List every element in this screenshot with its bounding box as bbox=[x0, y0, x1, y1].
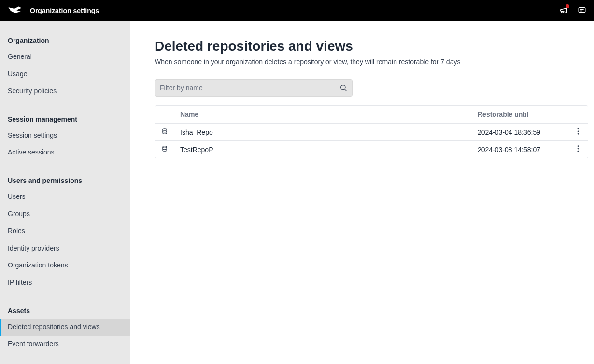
sidebar-item-session-settings[interactable]: Session settings bbox=[0, 127, 130, 144]
table-header-name: Name bbox=[174, 106, 472, 124]
sidebar-heading: Organization bbox=[0, 33, 130, 48]
topbar-right bbox=[559, 6, 586, 16]
svg-point-4 bbox=[578, 128, 579, 129]
table-header-restorable: Restorable until bbox=[472, 106, 568, 124]
svg-point-3 bbox=[163, 129, 167, 131]
sidebar-item-security-policies[interactable]: Security policies bbox=[0, 83, 130, 100]
repository-icon bbox=[161, 146, 168, 154]
page-header-title: Organization settings bbox=[30, 7, 99, 14]
row-type-icon-cell bbox=[155, 124, 174, 141]
search-icon bbox=[339, 84, 347, 92]
more-vertical-icon bbox=[577, 145, 579, 154]
svg-point-7 bbox=[163, 146, 167, 148]
row-actions-cell bbox=[568, 141, 588, 158]
logo[interactable] bbox=[8, 5, 22, 17]
filter-input[interactable] bbox=[160, 84, 339, 92]
svg-point-9 bbox=[578, 148, 579, 150]
sidebar-item-deleted-repositories-and-views[interactable]: Deleted repositories and views bbox=[0, 319, 130, 336]
sidebar-heading: Users and permissions bbox=[0, 173, 130, 188]
svg-point-6 bbox=[578, 133, 579, 135]
sidebar-heading: Session management bbox=[0, 112, 130, 127]
sidebar-item-general[interactable]: General bbox=[0, 48, 130, 66]
sidebar-section: Users and permissionsUsersGroupsRolesIde… bbox=[0, 173, 130, 292]
sidebar-item-ip-filters[interactable]: IP filters bbox=[0, 274, 130, 292]
topbar: Organization settings bbox=[0, 0, 594, 21]
topbar-left: Organization settings bbox=[8, 5, 99, 17]
deleted-items-table: Name Restorable until Isha_Repo2024-03-0… bbox=[155, 105, 588, 158]
sidebar-item-groups[interactable]: Groups bbox=[0, 206, 130, 223]
svg-point-10 bbox=[578, 151, 579, 152]
page-title: Deleted repositories and views bbox=[155, 39, 588, 54]
sidebar-section: OrganizationGeneralUsageSecurity policie… bbox=[0, 33, 130, 100]
svg-point-8 bbox=[578, 145, 579, 147]
messages-button[interactable] bbox=[578, 6, 586, 16]
sidebar-item-active-sessions[interactable]: Active sessions bbox=[0, 144, 130, 161]
row-actions-button[interactable] bbox=[577, 145, 579, 154]
sidebar-item-organization-tokens[interactable]: Organization tokens bbox=[0, 257, 130, 274]
table-row: TestRepoP2024-03-08 14:58:07 bbox=[155, 141, 588, 158]
sidebar-item-event-forwarders[interactable]: Event forwarders bbox=[0, 336, 130, 353]
row-name: Isha_Repo bbox=[174, 124, 472, 141]
sidebar-item-identity-providers[interactable]: Identity providers bbox=[0, 240, 130, 257]
filter-wrap bbox=[155, 79, 353, 97]
table-header-icon bbox=[155, 106, 174, 124]
sidebar-heading: Assets bbox=[0, 303, 130, 319]
sidebar-item-roles[interactable]: Roles bbox=[0, 223, 130, 240]
falcon-icon bbox=[8, 5, 22, 17]
sidebar-section: AssetsDeleted repositories and viewsEven… bbox=[0, 303, 130, 353]
svg-point-5 bbox=[578, 131, 579, 132]
layout: OrganizationGeneralUsageSecurity policie… bbox=[0, 21, 594, 364]
row-restorable-until: 2024-03-08 14:58:07 bbox=[472, 141, 568, 158]
table-header-actions bbox=[568, 106, 588, 124]
message-icon bbox=[578, 6, 586, 16]
more-vertical-icon bbox=[577, 128, 579, 136]
repository-icon bbox=[161, 128, 168, 136]
page-subtitle: When someone in your organization delete… bbox=[155, 58, 588, 66]
row-type-icon-cell bbox=[155, 141, 174, 158]
notification-dot bbox=[566, 4, 569, 8]
sidebar-section: Session managementSession settingsActive… bbox=[0, 112, 130, 161]
table-header-row: Name Restorable until bbox=[155, 106, 588, 124]
sidebar-item-users[interactable]: Users bbox=[0, 188, 130, 206]
table-row: Isha_Repo2024-03-04 18:36:59 bbox=[155, 124, 588, 141]
svg-point-1 bbox=[341, 85, 345, 90]
row-name: TestRepoP bbox=[174, 141, 472, 158]
row-restorable-until: 2024-03-04 18:36:59 bbox=[472, 124, 568, 141]
svg-rect-0 bbox=[579, 7, 585, 12]
row-actions-button[interactable] bbox=[577, 128, 579, 136]
row-actions-cell bbox=[568, 124, 588, 141]
sidebar-item-usage[interactable]: Usage bbox=[0, 66, 130, 83]
sidebar: OrganizationGeneralUsageSecurity policie… bbox=[0, 21, 130, 364]
main-content: Deleted repositories and views When some… bbox=[130, 21, 594, 364]
svg-line-2 bbox=[345, 89, 346, 91]
announcements-button[interactable] bbox=[559, 6, 568, 16]
